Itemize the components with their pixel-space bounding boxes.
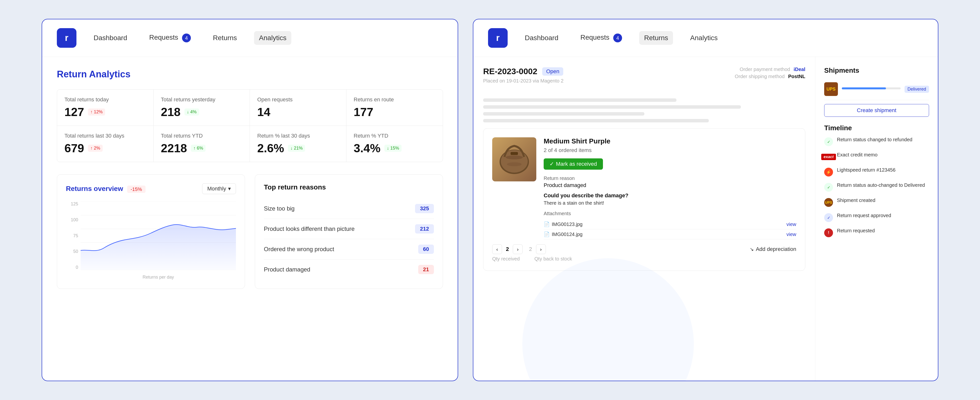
- badge-pct-30: ↓ 21%: [288, 144, 305, 152]
- nav-dashboard-right[interactable]: Dashboard: [520, 31, 563, 45]
- mark-received-button[interactable]: ✓ Mark as received: [544, 159, 603, 170]
- timeline-text-3: Return status auto-changed to Delivered: [837, 183, 925, 188]
- shipment-item: UPS Delivered: [824, 78, 929, 100]
- nav-analytics-left[interactable]: Analytics: [254, 31, 291, 45]
- nav-dashboard-left[interactable]: Dashboard: [89, 31, 132, 45]
- return-reason-section: Return reason Product damaged Could you …: [544, 176, 796, 240]
- shipment-bar-fill: [842, 87, 886, 89]
- reason-count-3: 21: [418, 265, 434, 274]
- nav-analytics-right[interactable]: Analytics: [685, 31, 722, 45]
- depreciation-icon: ↘: [750, 246, 754, 252]
- damage-answer: There is a stain on the shirt!: [544, 200, 796, 206]
- stat-en-route: Returns en route 177: [347, 90, 443, 126]
- attachment-view-0[interactable]: view: [786, 222, 796, 227]
- chart-svg: [81, 202, 236, 270]
- left-content: Return Analytics Total returns today 127…: [42, 57, 458, 301]
- reason-row-1: Product looks different than picture 212: [264, 219, 434, 239]
- ordered-count: 2 of 4 ordered items: [544, 147, 796, 154]
- reasons-title: Top return reasons: [264, 183, 434, 191]
- nav-requests-left[interactable]: Requests 4: [144, 30, 196, 46]
- create-shipment-button[interactable]: Create shipment: [824, 104, 929, 117]
- badge-ytd: ↑ 6%: [191, 144, 205, 152]
- right-nav-items: Dashboard Requests 4 Returns Analytics: [520, 30, 722, 46]
- timeline-item-2: ⚡ Lightspeed return #123456: [824, 167, 929, 176]
- product-name: Medium Shirt Purple: [544, 137, 796, 145]
- timeline-text-0: Return status changed to refunded: [837, 137, 912, 143]
- exact-badge: exact: [821, 154, 836, 160]
- product-section: Medium Shirt Purple 2 of 4 ordered items…: [483, 128, 805, 271]
- chart-panel: Returns overview -15% Monthly ▾ 125 100 …: [57, 174, 245, 289]
- order-meta: Placed on 19-01-2023 via Magento 2: [483, 78, 563, 84]
- stat-ytd: Total returns YTD 2218 ↑ 6%: [154, 126, 250, 162]
- attachment-view-1[interactable]: view: [786, 232, 796, 237]
- stat-pct-30days: Return % last 30 days 2.6% ↓ 21%: [250, 126, 347, 162]
- timeline-info-icon: !: [824, 229, 833, 237]
- requests-badge-right: 4: [613, 33, 622, 42]
- right-card: r Dashboard Requests 4 Returns Analytics…: [473, 19, 939, 381]
- monthly-button[interactable]: Monthly ▾: [202, 183, 236, 194]
- left-navbar: r Dashboard Requests 4 Returns Analytics: [42, 19, 458, 57]
- left-logo[interactable]: r: [57, 28, 76, 48]
- right-logo[interactable]: r: [488, 28, 508, 48]
- page-num-left: 2: [506, 246, 509, 252]
- stat-pct-ytd: Return % YTD 3.4% ↓ 15%: [347, 126, 443, 162]
- shipping-label: Order shipping method: [735, 74, 784, 79]
- reason-count-0: 325: [415, 204, 434, 213]
- attachment-row-0: 📄 IMG00123.jpg view: [544, 219, 796, 229]
- product-image: [492, 137, 536, 181]
- overview-title: Returns overview: [66, 185, 123, 192]
- order-info: Order payment method iDeal Order shippin…: [735, 67, 805, 79]
- page-next-button[interactable]: ›: [513, 244, 523, 254]
- timeline-check-icon-0: ✓: [824, 137, 833, 146]
- payment-label: Order payment method: [740, 67, 790, 72]
- svg-rect-8: [511, 152, 518, 155]
- reason-row-3: Product damaged 21: [264, 259, 434, 279]
- nav-returns-left[interactable]: Returns: [208, 31, 242, 45]
- chart-yaxis: 125 100 75 50 0: [66, 202, 81, 270]
- timeline-item-4: UPS Shipment created: [824, 198, 929, 207]
- timeline-check-icon-3: ✓: [824, 183, 833, 192]
- shipment-bar-wrap: [842, 87, 900, 91]
- stat-open-requests: Open requests 14: [250, 90, 347, 126]
- payment-value: iDeal: [794, 67, 805, 72]
- add-depreciation-button[interactable]: ↘ Add depreciation: [750, 246, 796, 252]
- stat-total-yesterday: Total returns yesterday 218 ↓ 4%: [154, 90, 250, 126]
- chart-area: 125 100 75 50 0: [66, 202, 236, 280]
- nav-requests-right[interactable]: Requests 4: [576, 30, 627, 46]
- qty-back-label: Qty back to stock: [535, 256, 572, 262]
- check-icon: ✓: [549, 161, 554, 167]
- qty-labels: Qty received Qty back to stock: [492, 256, 796, 262]
- reason-count-1: 212: [415, 224, 434, 233]
- chart-xlabel: Returns per day: [81, 275, 236, 280]
- skeleton-section: [483, 98, 805, 122]
- badge-today: ↑ 12%: [88, 108, 105, 116]
- reasons-panel: Top return reasons Size too big 325 Prod…: [255, 174, 443, 289]
- page-prev-button[interactable]: ‹: [492, 244, 502, 254]
- analytics-title: Return Analytics: [57, 69, 443, 79]
- shipments-title: Shipments: [824, 67, 929, 75]
- timeline-item-6: ! Return requested: [824, 228, 929, 237]
- timeline-item-1: exact Exact credit memo: [824, 152, 929, 161]
- pagination-row: ‹ 2 › 2 › ↘ Add depreciation: [492, 244, 796, 254]
- overview-badge: -15%: [127, 186, 146, 193]
- timeline-ups-icon: UPS: [824, 198, 833, 207]
- shipment-bar: [842, 87, 900, 89]
- right-left-content: RE-2023-0002 Open Placed on 19-01-2023 v…: [473, 57, 815, 381]
- left-card: r Dashboard Requests 4 Returns Analytics…: [41, 19, 458, 381]
- timeline-check-icon-5: ✓: [824, 213, 833, 222]
- nav-returns-right[interactable]: Returns: [639, 31, 673, 45]
- page-next2-button[interactable]: ›: [536, 244, 546, 254]
- delivered-badge: Delivered: [905, 86, 929, 93]
- shipping-value: PostNL: [788, 74, 805, 79]
- timeline-text-6: Return requested: [837, 228, 875, 233]
- pagination-controls: ‹ 2 › 2 ›: [492, 244, 546, 254]
- order-header: RE-2023-0002 Open: [483, 67, 563, 76]
- order-id: RE-2023-0002: [483, 67, 537, 76]
- svg-point-7: [506, 156, 523, 159]
- ups-logo: UPS: [824, 82, 838, 96]
- badge-yesterday: ↓ 4%: [185, 108, 199, 116]
- right-navbar: r Dashboard Requests 4 Returns Analytics: [473, 19, 938, 57]
- timeline-item-0: ✓ Return status changed to refunded: [824, 137, 929, 146]
- file-icon-0: 📄: [544, 221, 550, 227]
- right-right-panel: Shipments UPS Delivered Create shipment …: [815, 57, 938, 381]
